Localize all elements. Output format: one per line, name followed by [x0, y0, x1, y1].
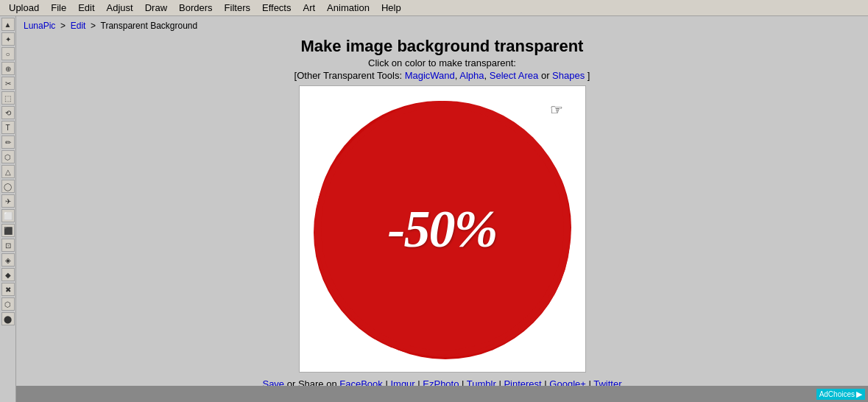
tool-diamond[interactable]: ◈	[1, 253, 15, 267]
tool-diamond2[interactable]: ◆	[1, 268, 15, 281]
menu-effects[interactable]: Effects	[256, 1, 297, 15]
page-subtitle: Click on color to make transparent:	[24, 57, 861, 68]
tool-rect-outline[interactable]: ⬜	[1, 209, 15, 222]
tool-text[interactable]: T	[1, 121, 15, 134]
menu-animation[interactable]: Animation	[321, 1, 375, 15]
menu-edit[interactable]: Edit	[72, 1, 100, 15]
menu-adjust[interactable]: Adjust	[101, 1, 139, 15]
tool-triangle[interactable]: △	[1, 165, 15, 178]
link-select-area[interactable]: Select Area	[490, 70, 539, 81]
breadcrumb-current: Transparent Background	[101, 21, 198, 31]
link-magic-wand[interactable]: MagicWand	[405, 70, 455, 81]
ad-bar: AdChoices ▶	[16, 386, 868, 402]
tool-grid[interactable]: ⊡	[1, 239, 15, 252]
tools-line: [Other Transparent Tools: MagicWand, Alp…	[24, 70, 861, 81]
breadcrumb-edit[interactable]: Edit	[71, 21, 86, 31]
breadcrumb: LunaPic > Edit > Transparent Background	[24, 21, 861, 31]
main-content: LunaPic > Edit > Transparent Background …	[16, 16, 868, 402]
ad-choices-icon: ▶	[856, 389, 862, 399]
circle-text: -50%	[388, 199, 497, 260]
menu-help[interactable]: Help	[375, 1, 407, 15]
tool-dot[interactable]: ⬤	[1, 312, 15, 325]
image-canvas[interactable]: -50% ☞	[299, 85, 586, 373]
menubar: Upload File Edit Adjust Draw Borders Fil…	[0, 0, 868, 16]
link-shapes[interactable]: Shapes	[552, 70, 585, 81]
tool-rotate[interactable]: ⟲	[1, 106, 15, 119]
menu-borders[interactable]: Borders	[173, 1, 219, 15]
red-circle: -50%	[321, 107, 564, 350]
page-title-area: Make image background transparent Click …	[24, 37, 861, 81]
tool-pencil[interactable]: ✏	[1, 135, 15, 149]
tool-selection[interactable]: ⬚	[1, 91, 15, 105]
tool-scissors[interactable]: ✂	[1, 77, 15, 90]
tool-plane[interactable]: ✈	[1, 194, 15, 208]
tool-circle[interactable]: ○	[1, 47, 15, 60]
tool-fill[interactable]: ⬛	[1, 224, 15, 237]
ad-choices-label: AdChoices	[819, 390, 855, 398]
page-title: Make image background transparent	[24, 37, 861, 56]
tool-hex2[interactable]: ⬡	[1, 297, 15, 311]
tool-hex[interactable]: ⬡	[1, 150, 15, 163]
menu-draw[interactable]: Draw	[139, 1, 173, 15]
ad-choices[interactable]: AdChoices ▶	[816, 389, 865, 400]
tool-star[interactable]: ✦	[1, 32, 15, 46]
link-alpha[interactable]: Alpha	[459, 70, 484, 81]
menu-upload[interactable]: Upload	[3, 1, 45, 15]
left-toolbar: ▲ ✦ ○ ⊕ ✂ ⬚ ⟲ T ✏ ⬡ △ ◯ ✈ ⬜ ⬛ ⊡ ◈ ◆ ✖ ⬡ …	[0, 16, 16, 402]
breadcrumb-lunapic[interactable]: LunaPic	[24, 21, 55, 31]
tool-arrow[interactable]: ▲	[1, 18, 15, 31]
menu-art[interactable]: Art	[297, 1, 321, 15]
tool-close[interactable]: ✖	[1, 283, 15, 296]
tool-oval[interactable]: ◯	[1, 180, 15, 193]
cursor-icon: ☞	[550, 101, 563, 119]
menu-filters[interactable]: Filters	[219, 1, 256, 15]
tool-crosshair[interactable]: ⊕	[1, 62, 15, 75]
menu-file[interactable]: File	[45, 1, 72, 15]
